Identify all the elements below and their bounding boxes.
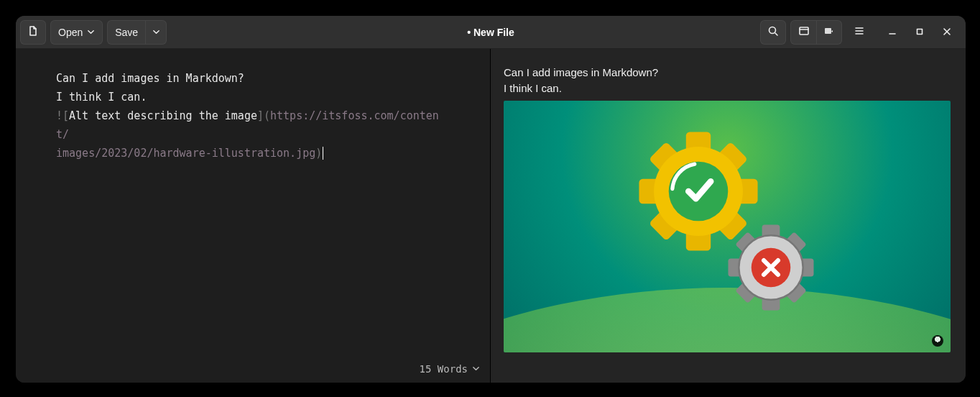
preview-view-icon bbox=[823, 25, 835, 39]
save-button[interactable]: Save bbox=[107, 20, 145, 45]
rendered-image bbox=[504, 101, 951, 352]
window-title: • New File bbox=[467, 27, 514, 38]
minimize-icon bbox=[888, 26, 897, 39]
md-image-alt: Alt text describing the image bbox=[69, 109, 257, 122]
save-button-group: Save bbox=[107, 20, 167, 45]
svg-rect-1 bbox=[800, 27, 808, 35]
md-image-mid: ]( bbox=[257, 109, 270, 122]
chevron-down-icon bbox=[152, 27, 160, 38]
svg-rect-2 bbox=[825, 28, 831, 34]
preview-line: Can I add images in Markdown? bbox=[504, 65, 953, 81]
preview-view-button[interactable] bbox=[816, 20, 842, 45]
watermark-icon bbox=[932, 335, 943, 347]
md-image-url-part2: images/2023/02/hardware-illustration.jpg bbox=[56, 147, 315, 160]
word-count-button[interactable]: 15 Words bbox=[420, 360, 480, 378]
md-image-prefix: ![ bbox=[56, 109, 69, 122]
chevron-down-icon bbox=[87, 27, 95, 38]
new-tab-button[interactable] bbox=[20, 20, 46, 45]
search-icon bbox=[767, 25, 779, 39]
text-cursor bbox=[323, 147, 323, 160]
hamburger-icon bbox=[854, 25, 865, 39]
svg-point-0 bbox=[769, 27, 776, 34]
hamburger-menu-button[interactable] bbox=[846, 20, 872, 45]
editor-view-button[interactable] bbox=[790, 20, 816, 45]
editor-view-icon bbox=[798, 25, 810, 39]
open-label: Open bbox=[58, 27, 83, 38]
editor-pane[interactable]: Can I add images in Markdown? I think I … bbox=[16, 49, 491, 383]
chevron-down-icon bbox=[472, 360, 480, 378]
header-bar: Open Save • New File bbox=[16, 16, 966, 49]
app-window: Open Save • New File bbox=[16, 16, 966, 383]
svg-rect-3 bbox=[917, 29, 923, 34]
close-button[interactable] bbox=[938, 24, 956, 41]
close-icon bbox=[943, 26, 951, 39]
gear-error-icon bbox=[726, 223, 815, 312]
minimize-button[interactable] bbox=[884, 24, 901, 41]
content-area: Can I add images in Markdown? I think I … bbox=[16, 49, 966, 383]
md-image-suffix: ) bbox=[315, 147, 322, 160]
save-label: Save bbox=[115, 27, 138, 38]
view-mode-group bbox=[790, 20, 842, 45]
word-count-label: 15 Words bbox=[420, 360, 468, 378]
preview-line: I think I can. bbox=[504, 81, 953, 96]
editor-line: Can I add images in Markdown? bbox=[56, 72, 244, 85]
maximize-button[interactable] bbox=[911, 24, 928, 41]
search-button[interactable] bbox=[760, 20, 786, 45]
preview-pane: Can I add images in Markdown? I think I … bbox=[491, 49, 966, 383]
maximize-icon bbox=[915, 26, 924, 39]
open-button[interactable]: Open bbox=[50, 20, 103, 45]
new-document-icon bbox=[27, 25, 39, 39]
window-controls bbox=[884, 24, 956, 41]
save-menu-button[interactable] bbox=[145, 20, 167, 45]
editor-line: I think I can. bbox=[56, 91, 147, 104]
open-button-group: Open bbox=[50, 20, 103, 45]
